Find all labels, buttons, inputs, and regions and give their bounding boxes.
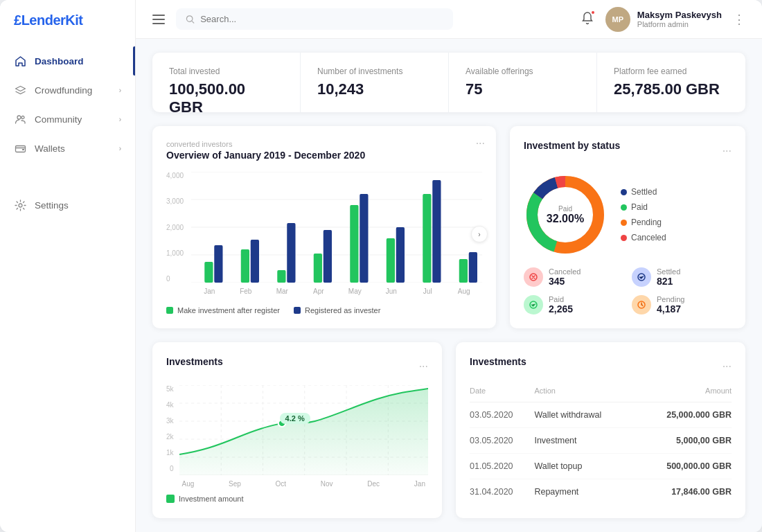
svg-rect-25 bbox=[459, 259, 468, 283]
cell-date: 01.05.2020 bbox=[470, 454, 534, 479]
legend-label: Registered as invester bbox=[305, 306, 380, 314]
investments-table-card: Investments ··· Date Action Amount bbox=[456, 342, 745, 518]
donut-stat-pending: Pending 4,187 bbox=[632, 295, 732, 314]
stat-value: 100,500.00 GBR bbox=[169, 80, 283, 112]
legend-item-green: Make investment after register bbox=[166, 306, 280, 314]
svg-rect-22 bbox=[396, 227, 405, 283]
bar-chart-svg bbox=[191, 172, 482, 283]
bar-chart-x-labels: Jan Feb Mar Apr May Jun Jul Aug bbox=[191, 287, 482, 295]
bar-chart-area: Jan Feb Mar Apr May Jun Jul Aug › bbox=[191, 172, 482, 296]
charts-row: converted investors Overview of January … bbox=[152, 126, 745, 328]
table-row: 03.05.2020 Investment 5,000,00 GBR bbox=[470, 428, 732, 454]
stat-platform-fee: Platform fee earned 25,785.00 GBR bbox=[597, 53, 745, 112]
settings-icon bbox=[14, 199, 26, 211]
svg-rect-26 bbox=[469, 252, 477, 283]
bar-chart-subtitle: converted investors bbox=[166, 140, 482, 148]
donut-legend-settled: Settled bbox=[621, 187, 666, 197]
stat-label: Number of investments bbox=[317, 66, 432, 76]
donut-center-label: Paid bbox=[547, 205, 584, 213]
sidebar-item-label: Settings bbox=[35, 200, 69, 211]
sidebar-item-label: Community bbox=[35, 114, 82, 125]
sidebar-nav: Dashboard Crowdfunding › bbox=[0, 41, 135, 532]
cell-date: 31.04.2020 bbox=[470, 479, 534, 505]
donut-svg-wrapper: Paid 32.00% bbox=[524, 173, 607, 256]
svg-rect-18 bbox=[324, 230, 332, 283]
donut-stat-canceled: Canceled 345 bbox=[524, 267, 623, 287]
legend-dot-investment bbox=[166, 495, 175, 503]
chevron-right-icon: › bbox=[119, 87, 121, 94]
notification-bell[interactable] bbox=[581, 11, 594, 27]
investments-table-more[interactable]: ··· bbox=[723, 360, 732, 373]
area-chart-x-labels: Aug Sep Oct Nov Dec Jan bbox=[179, 480, 428, 488]
stat-val: 345 bbox=[549, 276, 581, 287]
header-more-button[interactable]: ⋮ bbox=[733, 12, 745, 27]
bar-chart-header: converted investors Overview of January … bbox=[166, 140, 482, 161]
y-axis-labels: 4,000 3,000 2,000 1,000 0 bbox=[166, 172, 184, 283]
cell-amount: 500,000.00 GBR bbox=[635, 454, 732, 479]
search-icon bbox=[186, 15, 195, 24]
svg-rect-14 bbox=[251, 240, 259, 283]
legend-dot-navy bbox=[294, 307, 301, 314]
search-input[interactable] bbox=[200, 14, 443, 24]
donut-chart-more[interactable]: ··· bbox=[723, 145, 732, 157]
svg-point-1 bbox=[21, 116, 24, 118]
area-chart-card: Investments ··· 5k 4k 3k 2k 1k 0 bbox=[152, 342, 442, 518]
sidebar-item-crowdfunding[interactable]: Crowdfunding › bbox=[0, 76, 135, 105]
donut-legend-label: Settled bbox=[631, 187, 657, 197]
donut-stat-info: Paid 2,265 bbox=[549, 295, 573, 314]
notification-dot bbox=[590, 10, 596, 15]
bar-chart-wrapper: 4,000 3,000 2,000 1,000 0 bbox=[166, 172, 482, 296]
svg-rect-24 bbox=[432, 180, 441, 283]
area-legend-label: Investment amount bbox=[179, 495, 244, 503]
svg-rect-3 bbox=[22, 149, 24, 150]
stat-val: 821 bbox=[657, 276, 680, 287]
area-chart-title: Investments bbox=[166, 356, 223, 367]
donut-legend-dot bbox=[621, 220, 627, 226]
svg-rect-23 bbox=[423, 194, 431, 283]
donut-center-percent: 32.00% bbox=[547, 213, 584, 225]
stat-value: 10,243 bbox=[317, 80, 432, 98]
content-area: Total invested 100,500.00 GBR Number of … bbox=[136, 39, 762, 532]
donut-legend-dot bbox=[621, 189, 627, 195]
search-bar[interactable] bbox=[176, 8, 453, 30]
menu-button[interactable] bbox=[152, 15, 165, 24]
donut-chart-body: Paid 32.00% Settled bbox=[524, 173, 732, 256]
donut-stat-settled: Settled 821 bbox=[632, 267, 732, 287]
svg-point-4 bbox=[19, 204, 22, 207]
users-icon bbox=[14, 113, 26, 125]
donut-legend-dot bbox=[621, 204, 627, 211]
paid-icon bbox=[524, 295, 543, 314]
donut-legend-label: Pending bbox=[631, 218, 662, 227]
svg-point-5 bbox=[186, 15, 192, 21]
chart-next-button[interactable]: › bbox=[471, 226, 488, 242]
stat-label: Available offerings bbox=[466, 66, 580, 76]
sidebar-item-label: Crowdfunding bbox=[35, 85, 92, 96]
sidebar-item-dashboard[interactable]: Dashboard bbox=[0, 46, 135, 76]
sidebar-item-settings[interactable]: Settings bbox=[0, 190, 135, 220]
stats-row: Total invested 100,500.00 GBR Number of … bbox=[152, 53, 745, 112]
settled-icon bbox=[632, 267, 651, 287]
user-profile[interactable]: MP Maksym Paskevysh Platform admin bbox=[605, 7, 722, 32]
col-date: Date bbox=[470, 387, 534, 402]
cell-amount: 5,000,00 GBR bbox=[635, 428, 732, 454]
stat-total-invested: Total invested 100,500.00 GBR bbox=[152, 53, 301, 112]
logo-prefix: £ bbox=[14, 12, 21, 28]
cell-amount: 17,846.00 GBR bbox=[635, 479, 732, 505]
stat-name: Paid bbox=[549, 295, 573, 303]
user-name: Maksym Paskevysh bbox=[637, 10, 722, 20]
sidebar-item-wallets[interactable]: Wallets › bbox=[0, 134, 135, 163]
svg-rect-16 bbox=[287, 223, 295, 283]
donut-stat-info: Pending 4,187 bbox=[657, 295, 684, 314]
area-chart-more[interactable]: ··· bbox=[419, 360, 428, 373]
svg-rect-13 bbox=[241, 249, 249, 283]
svg-rect-20 bbox=[360, 194, 368, 283]
stat-value: 25,785.00 GBR bbox=[614, 80, 729, 98]
donut-legend-canceled: Canceled bbox=[621, 233, 666, 242]
legend-label: Make investment after register bbox=[177, 306, 280, 314]
bar-chart-more[interactable]: ··· bbox=[476, 137, 485, 150]
area-chart-tooltip: 4.2 % bbox=[280, 413, 310, 424]
table-row: 03.05.2020 Wallet withdrawal 25,000.000 … bbox=[470, 402, 732, 428]
sidebar-item-community[interactable]: Community › bbox=[0, 105, 135, 134]
cell-action: Wallet withdrawal bbox=[534, 402, 635, 428]
table-row: 31.04.2020 Repayment 17,846.00 GBR bbox=[470, 479, 732, 505]
